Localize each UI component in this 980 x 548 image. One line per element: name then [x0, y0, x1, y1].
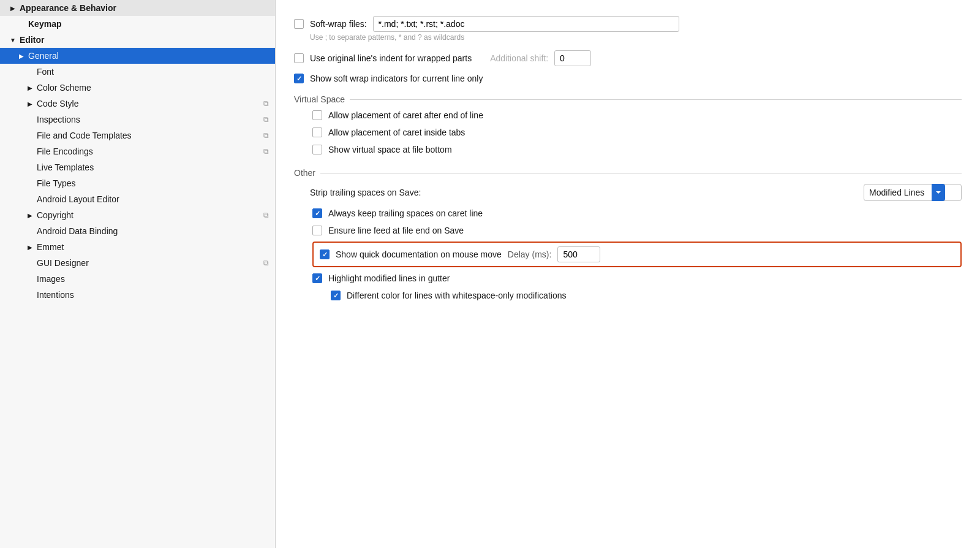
sidebar-item-intentions[interactable]: ▶ Intentions [0, 287, 275, 303]
allow-caret-end-label: Allow placement of caret after end of li… [328, 110, 483, 120]
chevron-right-icon-emmet: ▶ [26, 243, 34, 251]
sidebar-label-file-encodings: File Encodings [37, 147, 93, 156]
sidebar-label-android-data: Android Data Binding [37, 226, 118, 236]
copy-icon-fe: ⧉ [263, 147, 269, 156]
allow-caret-tabs-checkbox[interactable] [312, 127, 322, 137]
sidebar-label-general: General [28, 51, 59, 61]
sidebar-label-appearance: Appearance & Behavior [20, 3, 116, 13]
allow-caret-tabs-label: Allow placement of caret inside tabs [328, 127, 465, 137]
always-keep-trailing-label: Always keep trailing spaces on caret lin… [328, 208, 483, 218]
sidebar-label-keymap: Keymap [28, 19, 61, 29]
allow-caret-tabs-row: Allow placement of caret inside tabs [294, 124, 962, 141]
sidebar-item-keymap[interactable]: ▶ Keymap [0, 16, 275, 32]
settings-sidebar: ▶ Appearance & Behavior ▶ Keymap ▼ Edito… [0, 0, 276, 548]
dropdown-arrow-icon [932, 184, 945, 201]
softwrap-hint: Use ; to separate patterns, * and ? as w… [294, 33, 962, 42]
show-quick-doc-row: Show quick documentation on mouse move D… [312, 242, 962, 267]
sidebar-label-live-templates: Live Templates [37, 162, 94, 172]
chevron-right-icon-code: ▶ [26, 99, 34, 108]
show-quick-doc-label: Show quick documentation on mouse move [336, 249, 502, 259]
original-indent-label: Use original line's indent for wrapped p… [310, 53, 472, 63]
other-section: Other [294, 168, 962, 178]
always-keep-trailing-checkbox[interactable] [312, 208, 322, 218]
sidebar-item-font[interactable]: Font [0, 64, 275, 80]
show-quick-doc-checkbox[interactable] [320, 249, 330, 259]
copy-icon-fct: ⧉ [263, 131, 269, 140]
sidebar-item-emmet[interactable]: ▶ Emmet [0, 239, 275, 255]
sidebar-label-android-layout: Android Layout Editor [37, 194, 119, 204]
highlight-modified-row: Highlight modified lines in gutter [294, 270, 962, 287]
different-color-row: Different color for lines with whitespac… [294, 287, 962, 304]
show-virtual-space-row: Show virtual space at file bottom [294, 141, 962, 158]
sidebar-label-file-code-templates: File and Code Templates [37, 131, 132, 140]
sidebar-item-inspections[interactable]: ▶ Inspections ⧉ [0, 112, 275, 127]
allow-caret-end-row: Allow placement of caret after end of li… [294, 107, 962, 124]
sidebar-item-appearance[interactable]: ▶ Appearance & Behavior [0, 0, 275, 16]
delay-label: Delay (ms): [508, 249, 552, 259]
always-keep-trailing-row: Always keep trailing spaces on caret lin… [294, 205, 962, 222]
delay-input[interactable] [557, 246, 600, 262]
softwrap-checkbox[interactable] [294, 19, 304, 29]
ensure-line-feed-checkbox[interactable] [312, 226, 322, 235]
sidebar-label-code-style: Code Style [37, 99, 78, 108]
virtual-space-section: Virtual Space [294, 94, 962, 104]
sidebar-item-live-templates[interactable]: ▶ Live Templates [0, 159, 275, 175]
sidebar-item-gui-designer[interactable]: ▶ GUI Designer ⧉ [0, 255, 275, 271]
sidebar-label-emmet: Emmet [37, 242, 64, 252]
highlight-modified-checkbox[interactable] [312, 273, 322, 283]
sidebar-label-inspections: Inspections [37, 115, 80, 124]
softwrap-input[interactable] [373, 16, 679, 32]
sidebar-item-android-layout[interactable]: ▶ Android Layout Editor [0, 191, 275, 207]
allow-caret-end-checkbox[interactable] [312, 110, 322, 120]
sidebar-item-images[interactable]: ▶ Images [0, 271, 275, 287]
show-softwrap-row: Show soft wrap indicators for current li… [294, 70, 962, 87]
sidebar-item-copyright[interactable]: ▶ Copyright ⧉ [0, 207, 275, 223]
sidebar-label-images: Images [37, 274, 65, 284]
chevron-right-icon-general: ▶ [17, 51, 26, 60]
strip-trailing-value: Modified Lines [869, 188, 924, 197]
sidebar-item-file-code-templates[interactable]: ▶ File and Code Templates ⧉ [0, 127, 275, 143]
ensure-line-feed-row: Ensure line feed at file end on Save [294, 222, 962, 239]
chevron-down-icon-editor: ▼ [9, 36, 17, 44]
show-virtual-space-checkbox[interactable] [312, 145, 322, 154]
show-virtual-space-label: Show virtual space at file bottom [328, 145, 452, 154]
chevron-right-icon: ▶ [9, 4, 17, 12]
additional-shift-input[interactable] [554, 50, 591, 66]
strip-trailing-row: Strip trailing spaces on Save: Modified … [294, 180, 962, 205]
different-color-label: Different color for lines with whitespac… [347, 291, 566, 300]
chevron-right-icon-copyright: ▶ [26, 211, 34, 219]
sidebar-label-file-types: File Types [37, 178, 76, 188]
settings-main-content: Soft-wrap files: Use ; to separate patte… [276, 0, 980, 548]
additional-shift-label: Additional shift: [490, 53, 548, 63]
sidebar-label-copyright: Copyright [37, 210, 74, 220]
sidebar-label-intentions: Intentions [37, 290, 74, 300]
sidebar-item-code-style[interactable]: ▶ Code Style ⧉ [0, 96, 275, 112]
sidebar-label-editor: Editor [20, 35, 44, 45]
copy-icon-copyright: ⧉ [263, 211, 269, 219]
softwrap-label: Soft-wrap files: [310, 19, 367, 29]
sidebar-item-editor[interactable]: ▼ Editor [0, 32, 275, 48]
strip-trailing-label: Strip trailing spaces on Save: [294, 188, 421, 197]
different-color-checkbox[interactable] [331, 291, 341, 300]
highlight-modified-label: Highlight modified lines in gutter [328, 273, 450, 283]
sidebar-item-android-data[interactable]: ▶ Android Data Binding [0, 223, 275, 239]
sidebar-item-file-encodings[interactable]: ▶ File Encodings ⧉ [0, 143, 275, 159]
copy-icon-inspections: ⧉ [263, 115, 269, 124]
original-indent-row: Use original line's indent for wrapped p… [294, 47, 962, 70]
sidebar-label-color-scheme: Color Scheme [37, 83, 91, 93]
show-softwrap-checkbox[interactable] [294, 74, 304, 83]
original-indent-checkbox[interactable] [294, 53, 304, 63]
sidebar-item-general[interactable]: ▶ General [0, 48, 275, 64]
sidebar-label-gui-designer: GUI Designer [37, 258, 89, 268]
show-softwrap-label: Show soft wrap indicators for current li… [310, 74, 483, 83]
ensure-line-feed-label: Ensure line feed at file end on Save [328, 226, 464, 235]
softwrap-row: Soft-wrap files: [294, 12, 962, 36]
copy-icon-gui: ⧉ [263, 259, 269, 267]
sidebar-item-file-types[interactable]: ▶ File Types [0, 175, 275, 191]
sidebar-item-color-scheme[interactable]: ▶ Color Scheme [0, 80, 275, 96]
copy-icon-code-style: ⧉ [263, 99, 269, 108]
strip-trailing-dropdown[interactable]: Modified Lines [864, 184, 962, 201]
sidebar-label-font: Font [37, 67, 54, 77]
chevron-right-icon-color: ▶ [26, 83, 34, 92]
